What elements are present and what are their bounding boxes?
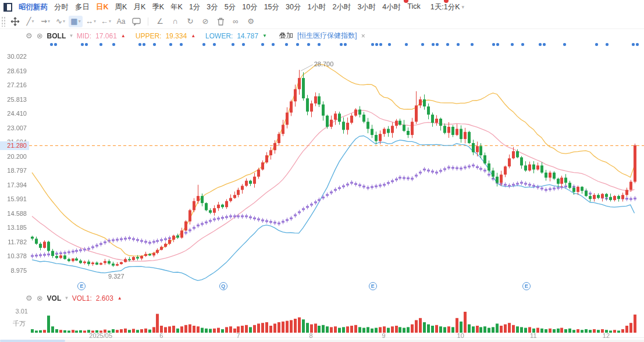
event-dot[interactable] [563, 43, 566, 46]
event-dot[interactable] [632, 43, 635, 46]
event-dot[interactable] [213, 43, 216, 46]
scrollbar-thumb[interactable] [0, 340, 65, 342]
vol-close-circle-icon[interactable]: ⊗ [37, 294, 43, 302]
event-dot[interactable] [405, 43, 408, 46]
event-dot[interactable] [85, 43, 88, 46]
event-dot[interactable] [636, 43, 639, 46]
event-dot[interactable] [371, 43, 374, 46]
event-dot[interactable] [143, 43, 145, 46]
overlay-close-icon[interactable]: × [361, 32, 365, 40]
event-dot[interactable] [446, 43, 449, 46]
boll-upper-value: 19.334 [165, 32, 187, 40]
boll-chevron-down-icon[interactable]: ▾ [70, 33, 73, 38]
event-dot[interactable] [99, 43, 102, 46]
vol-chevron-down-icon[interactable]: ▾ [65, 295, 68, 301]
event-dot[interactable] [375, 43, 378, 46]
boll-lower-value: 14.787 [237, 32, 258, 40]
announcement-marker-e[interactable]: E [369, 282, 377, 290]
event-dot[interactable] [379, 43, 382, 46]
event-dot[interactable] [112, 43, 115, 46]
x-axis-label: 2025/05 [89, 332, 112, 339]
y-axis-label: 14.588 [0, 210, 27, 217]
boll-indicator-bar: ⚙ ⊗ BOLL ▾ MID: 17.061 ▲ UPPER: 19.334 ▲… [26, 31, 365, 41]
x-axis-label: 11 [530, 332, 536, 339]
y-axis-label: 20.200 [0, 153, 27, 160]
boll-upper-label: UPPER: [136, 32, 162, 40]
event-dot[interactable] [242, 43, 245, 46]
event-dot[interactable] [318, 43, 321, 46]
x-axis-label: 12 [603, 332, 610, 339]
event-dot[interactable] [307, 43, 310, 46]
y-axis-label: 30.022 [0, 53, 27, 60]
announcement-marker-e[interactable]: E [522, 282, 531, 290]
event-dot[interactable] [285, 43, 288, 46]
event-dot[interactable] [388, 43, 391, 46]
mid-up-triangle-icon: ▲ [121, 33, 126, 38]
event-dot[interactable] [153, 43, 156, 46]
y-axis-label: 15.991 [0, 195, 27, 202]
event-dot[interactable] [50, 43, 53, 46]
boll-mid-value: 17.061 [95, 32, 117, 40]
event-dot[interactable] [138, 43, 141, 46]
vol1-value: 2.603 [96, 294, 113, 302]
announcement-marker-q[interactable]: Q [219, 282, 227, 290]
event-dot[interactable] [521, 43, 524, 46]
event-dot[interactable] [261, 43, 264, 46]
y-axis-label: 8.975 [0, 267, 27, 274]
event-dot[interactable] [606, 43, 609, 46]
overlay-button[interactable]: 叠加 [279, 31, 293, 41]
low-annotation: 9.327 [108, 273, 124, 280]
y-axis-label: 23.007 [0, 124, 27, 131]
stock-chart-app: 昭衍新药 分时多日日K周K月K季K年K1分3分5分10分15分30分1小时2小时… [0, 0, 644, 342]
y-axis-label: 28.619 [0, 67, 27, 74]
boll-indicator-name[interactable]: BOLL [47, 32, 66, 40]
boll-lower-label: LOWER: [205, 32, 233, 40]
y-axis-label: 25.813 [0, 96, 27, 103]
event-dot[interactable] [457, 43, 460, 46]
vol1-label: VOL1: [72, 294, 92, 302]
y-axis-label: 18.797 [0, 167, 27, 174]
event-dot[interactable] [340, 43, 343, 46]
vol-settings-gear-icon[interactable]: ⚙ [26, 294, 33, 302]
event-dot[interactable] [492, 43, 495, 46]
overlay-index-link[interactable]: [恒生医疗保健指数] [297, 31, 357, 41]
event-dot[interactable] [543, 43, 546, 46]
upper-up-triangle-icon: ▲ [191, 33, 195, 38]
event-dot[interactable] [432, 43, 435, 46]
event-dot[interactable] [511, 43, 514, 46]
event-dot[interactable] [81, 43, 84, 46]
event-dot[interactable] [272, 43, 275, 46]
current-price-tag: 21.280 [0, 141, 29, 150]
y-axis-label: 10.378 [0, 252, 27, 259]
event-dot[interactable] [344, 43, 347, 46]
vol-indicator-name[interactable]: VOL [47, 294, 62, 302]
event-dot[interactable] [436, 43, 439, 46]
event-dot[interactable] [421, 43, 424, 46]
main-chart-canvas[interactable] [0, 0, 644, 342]
event-dot[interactable] [180, 43, 183, 46]
volume-unit-label: 千万 [13, 319, 26, 328]
y-axis-label: 11.782 [0, 238, 27, 245]
x-axis-label: 10 [457, 332, 464, 339]
high-annotation: 28.700 [314, 60, 334, 67]
boll-close-circle-icon[interactable]: ⊗ [37, 31, 43, 40]
x-axis-label: 6 [159, 332, 163, 339]
x-axis-label: 9 [382, 332, 386, 339]
event-dot[interactable] [202, 43, 205, 46]
event-dot[interactable] [496, 43, 499, 46]
event-dot[interactable] [471, 43, 474, 46]
y-axis-label: 17.394 [0, 181, 27, 188]
y-axis-label: 24.410 [0, 110, 27, 117]
x-axis-label: 7 [236, 332, 240, 339]
y-axis-label: 27.216 [0, 81, 27, 88]
event-dot[interactable] [54, 43, 57, 46]
vol-indicator-bar: ⚙ ⊗ VOL ▾ VOL1: 2.603 ▲ [26, 294, 122, 302]
horizontal-scrollbar[interactable] [0, 340, 644, 342]
event-dot[interactable] [595, 43, 598, 46]
event-dot[interactable] [169, 43, 172, 46]
boll-settings-gear-icon[interactable]: ⚙ [26, 31, 33, 40]
event-dot[interactable] [539, 43, 542, 46]
vol1-up-triangle-icon: ▲ [118, 295, 122, 301]
event-dot[interactable] [296, 43, 299, 46]
event-dot[interactable] [232, 43, 234, 46]
